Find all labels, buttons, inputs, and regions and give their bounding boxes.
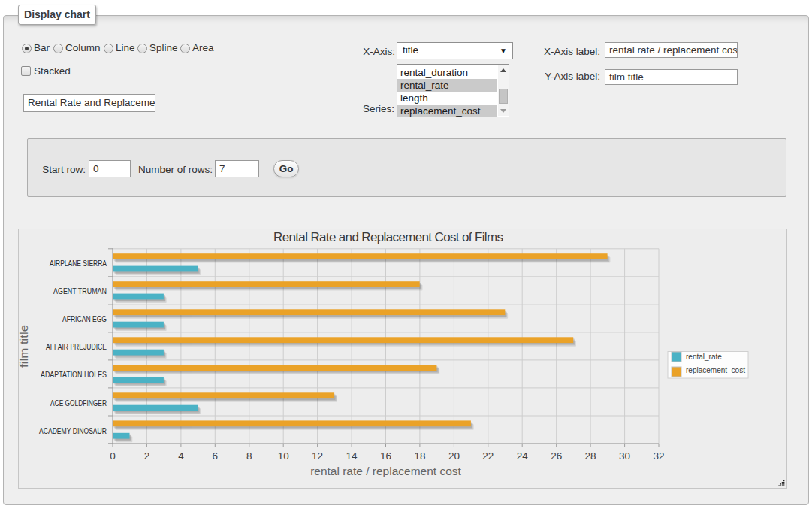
svg-text:8: 8	[246, 450, 252, 462]
svg-text:26: 26	[551, 450, 562, 462]
svg-text:14: 14	[346, 450, 358, 462]
svg-text:24: 24	[517, 450, 529, 462]
svg-text:film title: film title	[19, 325, 30, 368]
svg-text:2: 2	[144, 450, 150, 462]
svg-text:ACADEMY DINOSAUR: ACADEMY DINOSAUR	[39, 427, 107, 435]
svg-text:22: 22	[482, 450, 494, 462]
svg-text:ACE GOLDFINGER: ACE GOLDFINGER	[50, 399, 107, 407]
svg-text:Rental Rate and Replacement Co: Rental Rate and Replacement Cost of Film…	[273, 230, 503, 244]
svg-text:18: 18	[414, 450, 425, 462]
svg-text:rental rate / replacement cost: rental rate / replacement cost	[310, 465, 461, 477]
svg-text:AFFAIR PREJUDICE: AFFAIR PREJUDICE	[46, 343, 107, 351]
svg-text:28: 28	[585, 450, 596, 462]
svg-text:0: 0	[110, 450, 116, 462]
svg-text:12: 12	[312, 450, 323, 462]
svg-text:6: 6	[213, 450, 219, 462]
svg-text:AGENT TRUMAN: AGENT TRUMAN	[53, 287, 107, 295]
svg-text:10: 10	[278, 450, 289, 462]
svg-text:32: 32	[653, 450, 664, 462]
svg-text:replacement_cost: replacement_cost	[686, 366, 745, 374]
svg-text:20: 20	[448, 450, 460, 462]
svg-text:30: 30	[619, 450, 630, 462]
svg-text:rental_rate: rental_rate	[686, 353, 722, 361]
svg-text:AIRPLANE SIERRA: AIRPLANE SIERRA	[50, 259, 107, 268]
svg-text:4: 4	[178, 450, 184, 462]
svg-text:AFRICAN EGG: AFRICAN EGG	[62, 315, 107, 323]
svg-text:ADAPTATION HOLES: ADAPTATION HOLES	[41, 371, 107, 379]
svg-text:16: 16	[380, 450, 391, 462]
